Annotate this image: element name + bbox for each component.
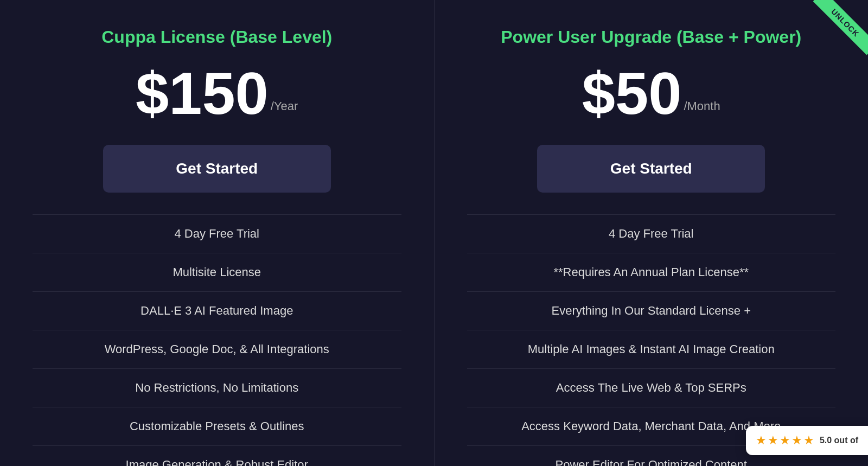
right-panel-title: Power User Upgrade (Base + Power) xyxy=(501,27,801,47)
pricing-container: Cuppa License (Base Level) $150 /Year Ge… xyxy=(0,0,868,466)
rating-score: 5.0 out of xyxy=(820,436,858,445)
corner-ribbon: UNLOCK xyxy=(803,0,868,65)
left-feature-item: WordPress, Google Doc, & All Integration… xyxy=(33,330,401,369)
right-panel: UNLOCK Power User Upgrade (Base + Power)… xyxy=(435,0,869,466)
left-price-container: $150 /Year xyxy=(136,63,298,123)
star-4: ★ xyxy=(792,433,802,448)
right-price-period: /Month xyxy=(684,99,720,113)
star-5: ★ xyxy=(803,433,814,448)
right-feature-item: **Requires An Annual Plan License** xyxy=(467,253,836,292)
star-2: ★ xyxy=(768,433,778,448)
left-feature-item: DALL·E 3 AI Featured Image xyxy=(33,292,401,330)
left-feature-item: 4 Day Free Trial xyxy=(33,214,401,253)
left-feature-item: Customizable Presets & Outlines xyxy=(33,407,401,446)
right-price-container: $50 /Month xyxy=(582,63,720,123)
star-1: ★ xyxy=(756,433,767,448)
left-price-period: /Year xyxy=(271,99,298,113)
left-price-amount: $150 xyxy=(136,63,269,123)
right-price-amount: $50 xyxy=(582,63,682,123)
rating-badge: ★ ★ ★ ★ ★ 5.0 out of xyxy=(746,426,868,455)
left-feature-item: Image Generation & Robust Editor xyxy=(33,446,401,466)
stars-container: ★ ★ ★ ★ ★ xyxy=(756,433,814,448)
left-panel-title: Cuppa License (Base Level) xyxy=(101,27,332,47)
star-3: ★ xyxy=(780,433,790,448)
ribbon-text: UNLOCK xyxy=(813,0,868,55)
right-get-started-button[interactable]: Get Started xyxy=(537,145,765,193)
left-panel: Cuppa License (Base Level) $150 /Year Ge… xyxy=(0,0,435,466)
right-feature-item: 4 Day Free Trial xyxy=(467,214,836,253)
right-feature-item: Everything In Our Standard License + xyxy=(467,292,836,330)
left-feature-list: 4 Day Free TrialMultisite LicenseDALL·E … xyxy=(33,214,401,466)
right-feature-item: Multiple AI Images & Instant AI Image Cr… xyxy=(467,330,836,369)
right-feature-item: Access The Live Web & Top SERPs xyxy=(467,369,836,407)
left-feature-item: Multisite License xyxy=(33,253,401,292)
left-feature-item: No Restrictions, No Limitations xyxy=(33,369,401,407)
left-get-started-button[interactable]: Get Started xyxy=(103,145,331,193)
